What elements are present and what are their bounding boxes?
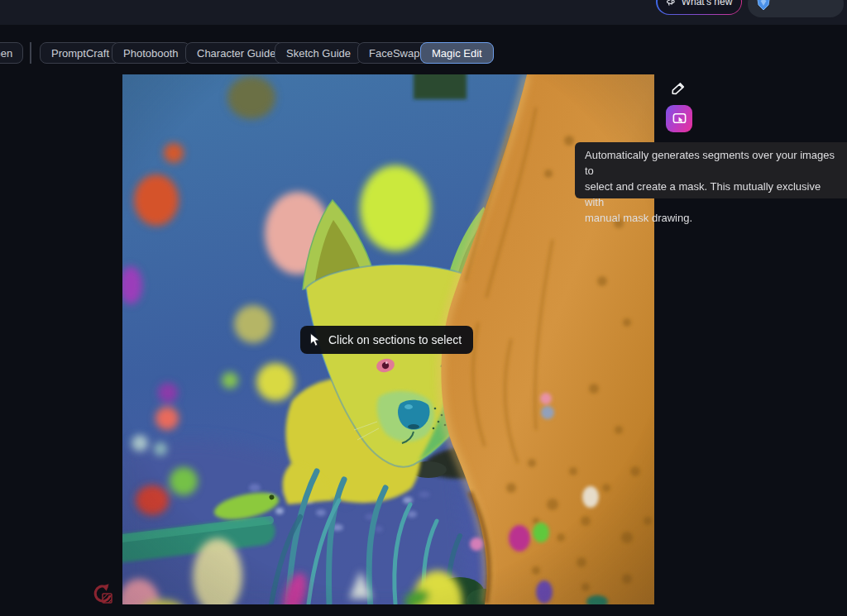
tooltip-line-3: manual mask drawing.	[585, 210, 837, 226]
selection-hint-text: Click on sections to select	[328, 333, 462, 346]
auto-select-icon	[672, 111, 687, 127]
undo-mask-icon	[91, 582, 113, 605]
pencil-icon	[670, 80, 687, 97]
mode-tab-bar: Gen PromptCraft Photobooth Character Gui…	[0, 42, 847, 64]
whats-new-button[interactable]: What's new	[656, 0, 742, 15]
cursor-icon	[309, 332, 322, 347]
tooltip-line-1: Automatically generates segments over yo…	[585, 147, 837, 179]
auto-segment-tooltip: Automatically generates segments over yo…	[575, 142, 847, 198]
tab-divider	[30, 42, 31, 64]
selection-hint-tooltip: Click on sections to select	[300, 326, 473, 354]
tab-photobooth[interactable]: Photobooth	[112, 42, 190, 64]
tab-character-guide[interactable]: Character Guide	[185, 42, 287, 64]
tooltip-line-2: select and create a mask. This mutually …	[585, 179, 837, 210]
whats-new-label: What's new	[682, 0, 733, 7]
reset-mask-button[interactable]	[91, 582, 113, 605]
auto-segment-button[interactable]	[666, 105, 692, 132]
tab-sketch-guide[interactable]: Sketch Guide	[275, 42, 362, 64]
tab-gen-partial[interactable]: Gen	[0, 42, 23, 64]
credits-button[interactable]	[748, 0, 844, 17]
tab-magic-edit[interactable]: Magic Edit	[420, 42, 494, 64]
top-bar: What's new	[0, 0, 847, 25]
gem-icon	[755, 0, 772, 12]
tab-promptcraft[interactable]: PromptCraft	[40, 42, 121, 64]
manual-mask-draw-button[interactable]	[668, 79, 688, 98]
magic-edit-screen: What's new Gen PromptCraft Photobooth Ch…	[0, 0, 847, 616]
megaphone-icon	[666, 0, 677, 7]
